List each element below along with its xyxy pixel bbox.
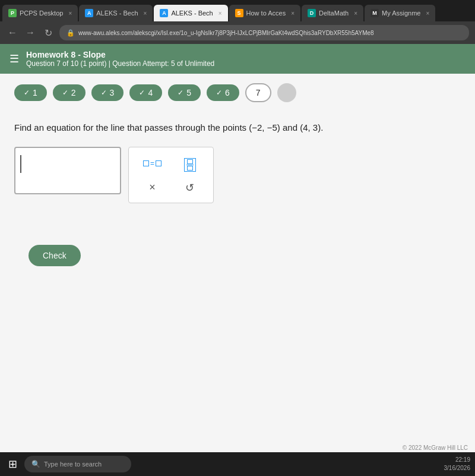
pill-label-3: 3 xyxy=(110,88,115,97)
tab-icon-aleks1: A xyxy=(85,9,93,17)
tab-label-deltamath: DeltaMath xyxy=(319,10,349,17)
pill-2[interactable]: ✓ 2 xyxy=(53,84,86,101)
pill-label-5: 5 xyxy=(186,88,191,97)
pill-more[interactable] xyxy=(277,83,296,102)
pill-label-7: 7 xyxy=(256,88,261,97)
check-6: ✓ xyxy=(216,89,222,97)
tab-deltamath[interactable]: D DeltaMath × xyxy=(302,5,363,21)
taskbar-date: 3/16/2026 xyxy=(444,464,471,472)
pill-7[interactable]: 7 xyxy=(245,83,271,102)
fraction-tool-button[interactable] xyxy=(176,153,204,174)
tab-close-aleks2[interactable]: × xyxy=(218,10,222,17)
check-4: ✓ xyxy=(139,89,145,97)
tab-close-pcps[interactable]: × xyxy=(68,10,72,17)
tab-icon-pcps: P xyxy=(8,9,17,17)
address-text: www-awu.aleks.com/alekscgi/x/Isl.exe/1o_… xyxy=(78,30,374,36)
pill-label-6: 6 xyxy=(225,88,230,97)
search-placeholder-text: Type here to search xyxy=(44,461,102,468)
undo-symbol: ↺ xyxy=(185,181,194,194)
cursor-indicator xyxy=(20,155,21,173)
pill-3[interactable]: ✓ 3 xyxy=(91,84,124,101)
check-button[interactable]: Check xyxy=(28,245,81,266)
browser-chrome: P PCPS Desktop × A ALEKS - Bech × A ALEK… xyxy=(0,0,475,44)
tab-close-myassign[interactable]: × xyxy=(426,10,429,17)
undo-tool-button[interactable]: ↺ xyxy=(176,179,204,197)
start-button[interactable]: ⊞ xyxy=(5,455,21,473)
tab-label-aleks1: ALEKS - Bech xyxy=(96,10,138,17)
multiply-symbol: × xyxy=(149,181,156,194)
answer-section: = × ↺ xyxy=(14,147,461,203)
tab-close-aleks1[interactable]: × xyxy=(144,10,147,17)
question-area: Find an equation for the line that passe… xyxy=(0,112,475,276)
pill-6[interactable]: ✓ 6 xyxy=(207,84,239,101)
tab-icon-deltamath: D xyxy=(308,9,316,17)
pill-label-4: 4 xyxy=(148,88,153,97)
aleks-header: ☰ Homework 8 - Slope Question 7 of 10 (1… xyxy=(0,44,475,74)
equals-tool-button[interactable]: = xyxy=(138,157,166,170)
tab-pcps[interactable]: P PCPS Desktop × xyxy=(2,5,78,21)
pill-label-1: 1 xyxy=(33,88,37,97)
address-bar-row: ← → ↻ 🔒 www-awu.aleks.com/alekscgi/x/Isl… xyxy=(0,21,475,44)
check-5: ✓ xyxy=(178,89,183,97)
tab-close-howto[interactable]: × xyxy=(291,10,294,17)
taskbar: ⊞ 🔍 Type here to search 22:19 3/16/2026 xyxy=(0,452,475,476)
header-text: Homework 8 - Slope Question 7 of 10 (1 p… xyxy=(26,50,214,68)
progress-row: ✓ 1 ✓ 2 ✓ 3 ✓ 4 ✓ 5 ✓ 6 7 xyxy=(0,74,475,112)
pill-1[interactable]: ✓ 1 xyxy=(14,84,47,101)
header-subtitle: Question 7 of 10 (1 point) | Question At… xyxy=(26,59,214,68)
question-text: Find an equation for the line that passe… xyxy=(14,121,461,135)
browser-content: ☰ Homework 8 - Slope Question 7 of 10 (1… xyxy=(0,44,475,452)
check-3: ✓ xyxy=(101,89,107,97)
taskbar-clock: 22:19 3/16/2026 xyxy=(444,456,471,472)
tab-label-pcps: PCPS Desktop xyxy=(20,10,63,17)
tab-myassign[interactable]: M My Assignme × xyxy=(365,5,435,21)
lock-icon: 🔒 xyxy=(66,29,75,37)
answer-input-box[interactable] xyxy=(14,147,121,194)
fraction-symbol xyxy=(184,156,196,172)
tab-label-aleks2: ALEKS - Bech xyxy=(171,10,213,17)
refresh-button[interactable]: ↻ xyxy=(42,27,55,39)
tab-bar: P PCPS Desktop × A ALEKS - Bech × A ALEK… xyxy=(0,0,475,21)
header-title: Homework 8 - Slope xyxy=(26,50,214,59)
pill-4[interactable]: ✓ 4 xyxy=(129,84,162,101)
math-tools-panel: = × ↺ xyxy=(128,147,214,203)
tab-icon-myassign: M xyxy=(370,9,379,17)
tab-icon-howto: S xyxy=(235,9,243,17)
check-1: ✓ xyxy=(24,89,30,97)
taskbar-search[interactable]: 🔍 Type here to search xyxy=(24,456,131,472)
equals-symbol: = xyxy=(143,159,162,168)
hamburger-menu[interactable]: ☰ xyxy=(10,52,19,65)
pill-label-2: 2 xyxy=(71,88,76,97)
forward-button[interactable]: → xyxy=(24,27,37,38)
tab-icon-aleks2: A xyxy=(160,9,168,17)
multiply-tool-button[interactable]: × xyxy=(138,179,166,196)
copyright-footer: © 2022 McGraw Hill LLC xyxy=(403,445,468,451)
search-icon: 🔍 xyxy=(31,460,40,468)
tab-aleks2[interactable]: A ALEKS - Bech × xyxy=(154,5,227,21)
tab-aleks1[interactable]: A ALEKS - Bech × xyxy=(79,5,153,21)
pill-5[interactable]: ✓ 5 xyxy=(168,84,201,101)
tab-howto[interactable]: S How to Acces × xyxy=(229,5,300,21)
address-bar[interactable]: 🔒 www-awu.aleks.com/alekscgi/x/Isl.exe/1… xyxy=(59,25,469,40)
tab-label-myassign: My Assignme xyxy=(382,10,420,17)
check-2: ✓ xyxy=(62,89,68,97)
tab-label-howto: How to Acces xyxy=(246,10,286,17)
tab-close-deltamath[interactable]: × xyxy=(354,10,357,17)
taskbar-time: 22:19 xyxy=(444,456,471,464)
back-button[interactable]: ← xyxy=(6,27,19,38)
